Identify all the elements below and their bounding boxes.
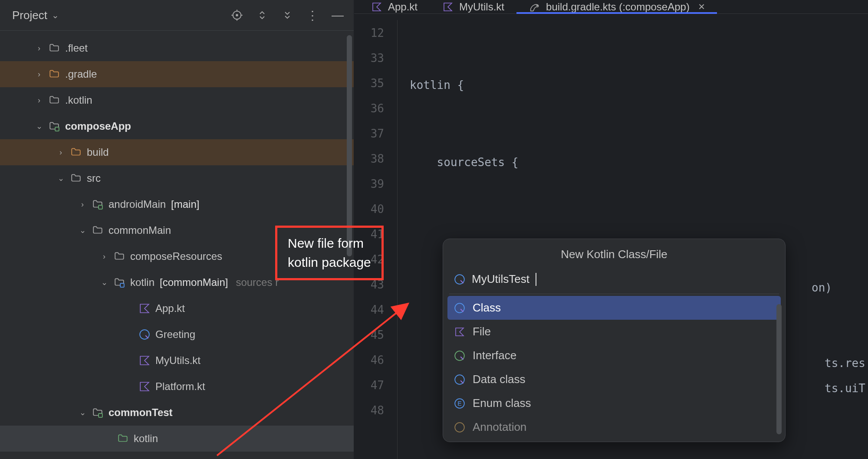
tab-label: build.gradle.kts (:composeApp) [546,1,690,13]
popup-option-class[interactable]: Class [447,296,781,320]
kotlin-class-icon [454,273,466,285]
tree-item-myutils[interactable]: MyUtils.kt [0,348,354,374]
folder-excluded-icon [70,147,82,158]
new-kotlin-class-popup: New Kotlin Class/File MyUtilsTest Class … [443,239,786,442]
tree-label: build [87,146,109,158]
tree-item-platform[interactable]: Platform.kt [0,374,354,400]
popup-option-label: Annotation [473,420,526,434]
tree-label: .fleet [65,42,88,54]
close-icon[interactable]: × [698,0,705,13]
line-number: 40 [354,196,384,221]
line-number: 48 [354,397,384,423]
kotlin-file-icon [139,303,150,314]
chevron-down-icon: ⌄ [78,408,87,417]
tree-item-src[interactable]: ⌄ src [0,165,354,191]
svg-rect-6 [55,127,59,131]
tree-item-androidmain[interactable]: › androidMain [main] [0,191,354,217]
tree-scrollbar[interactable] [347,35,352,256]
expand-collapse-icon[interactable] [255,8,270,23]
tree-label: composeResources [130,250,222,262]
folder-excluded-icon [49,69,60,80]
chevron-right-icon: › [78,200,87,209]
tab-app-kt[interactable]: App.kt [358,0,430,13]
popup-name-input[interactable]: MyUtilsTest [443,268,785,294]
code-fragment: on) [812,281,832,294]
callout-line: kotlin package [288,253,371,272]
popup-option-interface[interactable]: Interface [447,344,781,367]
tree-label: kotlin [134,433,158,445]
popup-option-label: Interface [473,349,516,362]
tree-item-build[interactable]: › build [0,139,354,165]
kotlin-class-icon [454,374,466,386]
tab-label: MyUtils.kt [459,1,504,13]
popup-option-dataclass[interactable]: Data class [447,367,781,391]
line-number: 44 [354,297,384,322]
line-number: 12 [354,20,384,45]
chevron-right-icon: › [35,70,43,79]
svg-rect-10 [99,413,102,417]
text-caret [536,273,536,286]
project-title-label: Project [12,9,47,22]
tree-item-commontest[interactable]: ⌄ commonTest [0,400,354,426]
tree-label: Greeting [155,328,195,341]
svg-rect-7 [99,205,102,209]
kotlin-file-icon [139,355,150,366]
tree-label: commonTest [108,407,173,419]
tree-item-fleet[interactable]: › .fleet [0,35,354,61]
folder-icon [114,251,125,262]
line-number: 33 [354,45,384,70]
project-panel-title[interactable]: Project ⌄ [12,9,59,22]
collapse-all-icon[interactable] [280,8,295,23]
tab-myutils-kt[interactable]: MyUtils.kt [430,0,516,13]
tree-label: App.kt [155,302,185,315]
tree-item-composeapp[interactable]: ⌄ composeApp [0,113,354,139]
tree-label: src [87,172,101,184]
source-root-icon [114,277,125,288]
target-icon[interactable] [230,8,244,23]
popup-option-file[interactable]: File [447,320,781,344]
code-line: sourceSets { [410,149,743,174]
popup-option-label: Class [473,301,501,315]
module-icon [49,121,60,132]
tree-item-kotlin[interactable]: › .kotlin [0,87,354,113]
tree-tag: [main] [171,198,199,210]
line-number: 39 [354,171,384,196]
editor-tabs: App.kt MyUtils.kt build.gradle.kts (:com… [354,0,868,14]
popup-option-list: Class File Interface Data class E Enum c… [443,294,785,442]
svg-point-1 [236,14,238,16]
popup-input-value: MyUtilsTest [472,272,529,286]
kotlin-file-icon [442,1,454,13]
tree-label: commonMain [108,224,171,236]
popup-option-label: Data class [473,373,525,386]
module-icon [92,199,103,210]
chevron-down-icon: ⌄ [35,121,43,131]
tree-item-gradle[interactable]: › .gradle [0,61,354,87]
popup-option-annotation[interactable]: Annotation [447,415,781,439]
tree-item-test-kotlin[interactable]: kotlin [0,426,354,452]
code-fragment: ts.uiT [825,382,865,395]
tree-label: composeApp [65,120,131,132]
chevron-right-icon: › [35,44,43,53]
code-line: kotlin { [410,72,743,97]
chevron-right-icon: › [56,148,65,157]
popup-option-enum[interactable]: E Enum class [447,391,781,415]
chevron-right-icon: › [100,252,108,261]
tree-item-app-kt[interactable]: App.kt [0,295,354,321]
kebab-menu-icon[interactable]: ⋮ [305,8,320,23]
code-fragment: ts.res [825,357,865,370]
tree-tag: [commonMain] [160,276,228,289]
minimize-icon[interactable]: — [330,8,345,23]
tree-hint: sources r [236,276,279,289]
line-number: 37 [354,121,384,146]
tree-item-greeting[interactable]: Greeting [0,321,354,348]
line-number: 36 [354,95,384,121]
kotlin-file-icon [139,381,150,392]
line-number: 38 [354,146,384,171]
folder-icon [92,225,103,236]
tab-build-gradle[interactable]: build.gradle.kts (:composeApp) × [516,0,717,13]
popup-scrollbar[interactable] [776,304,782,434]
gradle-icon [529,1,541,13]
line-number: 47 [354,372,384,397]
kotlin-class-icon [139,329,150,340]
kotlin-interface-icon [454,350,466,362]
